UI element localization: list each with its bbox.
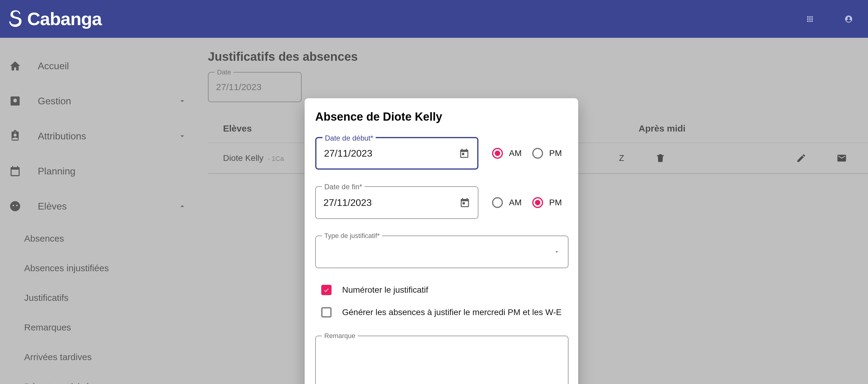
type-justificatif-select[interactable]: Type de justificatif* xyxy=(315,236,568,268)
start-date-field[interactable]: Date de début* xyxy=(315,137,478,170)
pm-label: PM xyxy=(549,198,562,207)
am-label: AM xyxy=(509,198,522,207)
checkbox-generer-label: Générer les absences à justifier le merc… xyxy=(342,307,562,317)
account-icon[interactable] xyxy=(844,15,853,23)
topbar: Cabanga xyxy=(0,0,868,38)
checkbox-generer[interactable] xyxy=(321,307,332,318)
apps-icon[interactable] xyxy=(806,15,814,23)
remark-textarea[interactable] xyxy=(316,336,568,384)
logo: Cabanga xyxy=(9,8,101,29)
remark-field[interactable]: Remarque xyxy=(315,336,568,384)
dropdown-arrow-icon xyxy=(553,249,560,255)
modal-title: Absence de Diote Kelly xyxy=(315,110,567,123)
pm-label: PM xyxy=(549,148,562,158)
checkbox-numeroter-label: Numéroter le justificatif xyxy=(342,285,428,295)
end-am-radio[interactable] xyxy=(492,197,503,208)
start-date-input[interactable] xyxy=(324,148,459,159)
remark-label: Remarque xyxy=(322,332,358,340)
am-label: AM xyxy=(509,148,522,158)
check-icon xyxy=(323,287,330,293)
brand-label: Cabanga xyxy=(27,8,101,29)
start-ampm-group: AM PM xyxy=(492,148,566,159)
end-date-input[interactable] xyxy=(323,197,459,208)
absence-modal: Absence de Diote Kelly Date de début* AM… xyxy=(305,98,578,384)
calendar-icon[interactable] xyxy=(459,148,470,159)
end-date-field[interactable]: Date de fin* xyxy=(315,186,478,219)
end-date-label: Date de fin* xyxy=(322,183,365,191)
start-pm-radio[interactable] xyxy=(532,148,543,159)
end-pm-radio[interactable] xyxy=(532,197,543,208)
logo-mark-icon xyxy=(9,9,24,29)
start-am-radio[interactable] xyxy=(492,148,503,159)
checkbox-numeroter[interactable] xyxy=(321,285,332,295)
end-ampm-group: AM PM xyxy=(492,197,566,208)
start-date-label: Date de début* xyxy=(322,134,376,142)
calendar-icon[interactable] xyxy=(459,197,470,208)
type-justificatif-label: Type de justificatif* xyxy=(322,232,382,240)
